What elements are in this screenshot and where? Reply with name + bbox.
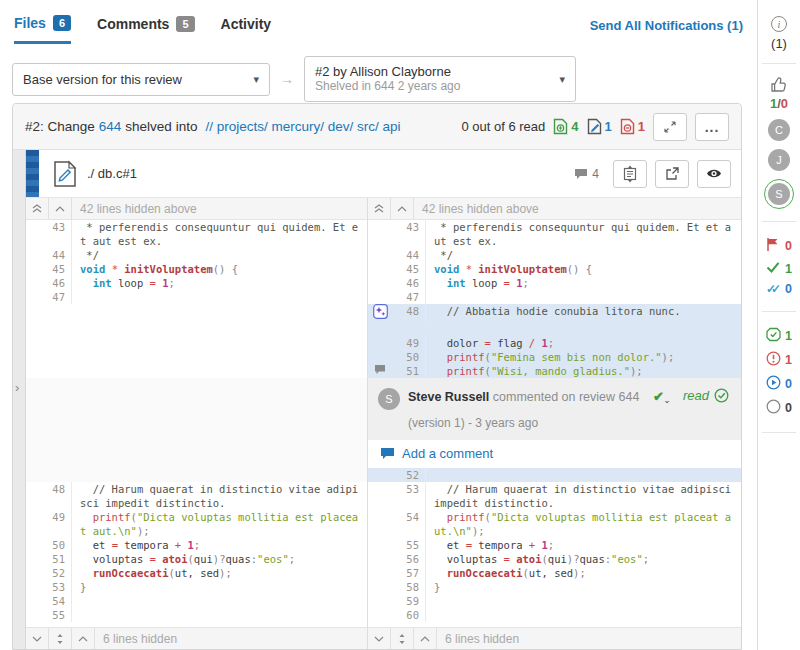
line-number[interactable]: 55 [26,608,72,622]
expand-down-button[interactable] [368,628,391,649]
expand-up-button[interactable] [414,628,437,649]
line-number[interactable]: 43 [26,220,72,248]
target-version-title: #2 by Allison Clayborne [315,65,460,79]
tab-comments-label: Comments [97,16,169,32]
expand-down-button[interactable] [26,628,49,649]
expand-collapse-all-button[interactable] [613,160,647,188]
sidebar-stat-double-check[interactable]: ✓✓0 [758,279,800,299]
code-text: et = tempora + 1; [426,538,741,552]
code-text: runOccaecati(ut, sed); [426,566,741,580]
line-number[interactable]: 50 [26,538,72,552]
stat-count: 0 [785,377,792,391]
thumbs-up-icon [770,76,788,93]
line-number[interactable]: 51 [26,552,72,566]
reviewer-avatar[interactable]: S [768,183,790,205]
tab-activity[interactable]: Activity [221,16,272,42]
sidebar-stat-flag[interactable]: 0 [758,234,800,258]
line-number[interactable]: 46 [26,276,72,290]
comment-read-toggle[interactable]: read [683,388,729,403]
line-number[interactable]: 60 [392,608,426,622]
line-number[interactable]: 53 [26,580,72,594]
code-line: 54 [26,594,367,608]
right-row-insert: 52 [368,468,741,482]
line-number[interactable]: 51 [392,364,426,378]
alert-icon [766,351,781,369]
line-number[interactable]: 46 [392,276,426,290]
comment-widget: S Steve Russell commented on review 644 … [368,378,741,440]
expand-up-button[interactable] [49,198,72,219]
tab-files-label: Files [14,15,46,31]
expand-panel-chevron[interactable]: › [15,380,19,395]
open-in-new-window-button[interactable] [655,160,689,188]
sidebar-stat-check[interactable]: 1 [758,258,800,279]
left-hidden-below-bar: 6 lines hidden [26,627,367,649]
add-comment-button[interactable]: Add a comment [368,440,741,468]
double-check-icon: ✓✓ [766,282,781,296]
files-added-stat: 4 [553,118,578,135]
line-number[interactable]: 59 [392,594,426,608]
more-options-button[interactable]: ... [695,113,729,141]
expand-all-up-button[interactable] [368,198,391,219]
line-number[interactable]: 58 [392,580,426,594]
sidebar-stat-play[interactable]: 0 [758,372,800,396]
line-number[interactable]: 53 [392,482,426,510]
divider [762,432,796,433]
sidebar-stat-alert[interactable]: 1 [758,348,800,372]
expand-up-button[interactable] [391,198,414,219]
toggle-view-button[interactable] [697,160,731,188]
line-number[interactable]: 45 [26,262,72,276]
sidebar-stat-circle[interactable]: 0 [758,396,800,420]
line-number[interactable]: 55 [392,538,426,552]
line-number[interactable]: 48 [392,304,426,322]
change-link[interactable]: 644 [99,119,122,134]
comment-resolved-toggle[interactable]: ✔⌄ [653,389,664,404]
vote-button[interactable] [758,76,800,93]
sidebar-info[interactable]: i (1) [758,16,800,51]
send-all-notifications-link[interactable]: Send All Notifications (1) [590,18,743,41]
code-text: } [426,580,741,594]
tab-comments[interactable]: Comments 5 [97,16,194,42]
expand-up-button[interactable] [72,628,95,649]
reviewer-avatar[interactable]: J [768,149,790,171]
file-name[interactable]: ./ db.c#1 [87,166,137,181]
file-add-icon [553,118,568,135]
line-icon-gutter [368,364,392,378]
depot-path-link[interactable]: // projects/ mercury/ dev/ src/ api [205,119,400,134]
left-align-filler-2 [26,378,367,482]
tab-files[interactable]: Files 6 [14,15,71,44]
line-number[interactable]: 49 [26,510,72,538]
chevron-down-icon: ▾ [239,73,259,86]
sidebar-stat-shield-check[interactable]: 1 [758,324,800,348]
line-number[interactable]: 47 [392,290,426,304]
line-number[interactable]: 44 [26,248,72,262]
line-number[interactable]: 52 [392,468,426,482]
line-number[interactable]: 44 [392,248,426,262]
fullscreen-button[interactable] [653,113,687,141]
file-comment-count[interactable]: 4 [574,167,599,181]
target-version-dropdown[interactable]: #2 by Allison Clayborne Shelved in 644 2… [304,56,576,102]
tab-bar: Files 6 Comments 5 Activity Send All Not… [0,0,757,46]
chevron-down-icon: ▾ [545,73,565,86]
line-number[interactable]: 54 [26,594,72,608]
up-down-arrows-icon [56,633,64,645]
line-comment-icon[interactable] [374,364,386,378]
base-version-dropdown[interactable]: Base version for this review ▾ [12,63,270,96]
expand-all-vertical-button[interactable] [49,628,72,649]
line-number[interactable]: 45 [392,262,426,276]
diff-minimap[interactable] [26,150,39,197]
line-number[interactable]: 50 [392,350,426,364]
expand-all-up-button[interactable] [26,198,49,219]
line-number[interactable]: 48 [26,482,72,510]
expand-all-vertical-button[interactable] [391,628,414,649]
line-number[interactable]: 54 [392,510,426,538]
line-number[interactable]: 47 [26,290,72,304]
line-number[interactable]: 43 [392,220,426,248]
code-text: } [72,580,367,594]
line-number[interactable]: 49 [392,336,426,350]
reviewer-avatar[interactable]: C [768,119,790,141]
code-text [426,290,741,304]
line-number[interactable]: 52 [26,566,72,580]
line-number[interactable]: 56 [392,552,426,566]
line-number[interactable]: 57 [392,566,426,580]
sparkle-annotation-icon[interactable] [373,304,388,322]
